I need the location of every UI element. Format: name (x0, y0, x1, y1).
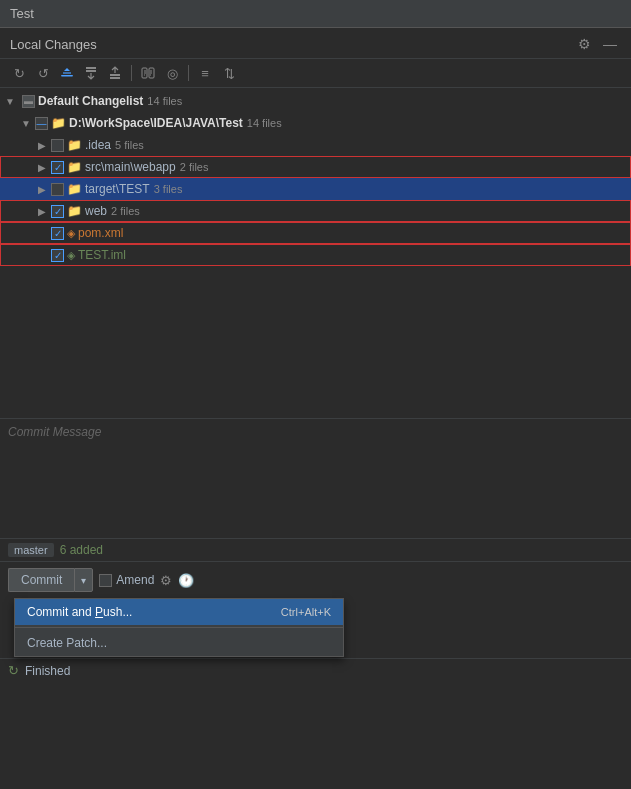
svg-rect-3 (110, 74, 120, 76)
eye-button[interactable]: ◎ (161, 62, 183, 84)
svg-rect-4 (110, 77, 120, 79)
finished-label: Finished (25, 664, 70, 678)
list-item[interactable]: ▼ ▬ Default Changelist 14 files (0, 90, 631, 112)
toolbar: ↻ ↺ (0, 59, 631, 88)
refresh-button[interactable]: ↻ (8, 62, 30, 84)
dropdown-separator (15, 627, 343, 628)
list-item[interactable]: ▼ — 📁 D:\WorkSpace\IDEA\JAVA\Test 14 fil… (0, 112, 631, 134)
svg-rect-2 (86, 70, 96, 72)
changelist-count: 14 files (147, 95, 182, 107)
changelist-label: Default Changelist (38, 94, 143, 108)
svg-rect-0 (61, 75, 73, 77)
expand-icon: ▶ (36, 206, 48, 217)
web-folder-count: 2 files (111, 205, 140, 217)
expand-icon: ▼ (4, 96, 16, 107)
pom-file-label: pom.xml (78, 226, 123, 240)
list-item[interactable]: ▶ ✓ 📁 web 2 files (0, 200, 631, 222)
expand-icon: ▶ (36, 140, 48, 151)
minimize-button[interactable]: — (599, 34, 621, 54)
commit-history-button[interactable]: 🕐 (178, 573, 194, 588)
bottom-section: master 6 added Commit ▾ Amend ⚙ 🕐 Commit… (0, 538, 631, 682)
list-item[interactable]: ▶ 📁 .idea 5 files (0, 134, 631, 156)
web-folder-label: web (85, 204, 107, 218)
webapp-folder-label: src\main\webapp (85, 160, 176, 174)
expand-icon: ▶ (36, 162, 48, 173)
folder-icon: 📁 (67, 204, 82, 218)
target-folder-label: target\TEST (85, 182, 150, 196)
commit-settings-button[interactable]: ⚙ (160, 573, 172, 588)
commit-message-area[interactable]: Commit Message (0, 418, 631, 538)
create-patch-label: Create Patch... (27, 636, 107, 650)
target-folder-count: 3 files (154, 183, 183, 195)
amend-label: Amend (116, 573, 154, 587)
amend-wrapper: Amend (99, 573, 154, 587)
gear-button[interactable]: ⚙ (574, 34, 595, 54)
commit-and-push-shortcut: Ctrl+Alt+K (281, 606, 331, 618)
list-item[interactable]: ▶ 📁 target\TEST 3 files (0, 178, 631, 200)
workspace-count: 14 files (247, 117, 282, 129)
commit-button-row: Commit ▾ Amend ⚙ 🕐 (0, 561, 631, 598)
folder-icon: 📁 (67, 138, 82, 152)
iml-file-icon: ◈ (67, 249, 75, 262)
folder-icon: 📁 (51, 116, 66, 130)
shelve-button[interactable] (80, 62, 102, 84)
create-patch-item[interactable]: Create Patch... (15, 630, 343, 656)
svg-rect-1 (86, 67, 96, 69)
amend-checkbox[interactable] (99, 574, 112, 587)
diff-button[interactable] (137, 62, 159, 84)
toolbar-sep-2 (188, 65, 189, 81)
panel-header: Local Changes ⚙ — (0, 28, 631, 59)
folder-icon: 📁 (67, 160, 82, 174)
expand-icon: ▼ (20, 118, 32, 129)
list-item[interactable]: ▶ ✓ ◈ TEST.iml (0, 244, 631, 266)
file-checkbox[interactable]: ✓ (51, 249, 64, 262)
webapp-folder-count: 2 files (180, 161, 209, 173)
file-checkbox[interactable]: — (35, 117, 48, 130)
file-tree[interactable]: ▼ ▬ Default Changelist 14 files ▼ — 📁 D:… (0, 88, 631, 418)
folder-icon: 📁 (67, 182, 82, 196)
window-title: Test (10, 6, 34, 21)
expand-icon: ▶ (36, 184, 48, 195)
refresh-icon: ↻ (8, 663, 19, 678)
changelist-icon: ▬ (22, 95, 35, 108)
list-item[interactable]: ▶ ✓ ◈ pom.xml (0, 222, 631, 244)
unshelve-button[interactable] (104, 62, 126, 84)
panel-title: Local Changes (10, 37, 97, 52)
commit-message-placeholder: Commit Message (8, 425, 101, 439)
main-panel: Local Changes ⚙ — ↻ ↺ (0, 28, 631, 789)
list-item[interactable]: ▶ ✓ 📁 src\main\webapp 2 files (0, 156, 631, 178)
panel-header-actions: ⚙ — (574, 34, 621, 54)
commit-main-button[interactable]: Commit (8, 568, 74, 592)
move-icon-button[interactable] (56, 62, 78, 84)
branch-badge: master (8, 543, 54, 557)
idea-folder-count: 5 files (115, 139, 144, 151)
file-checkbox[interactable] (51, 183, 64, 196)
toolbar-sep-1 (131, 65, 132, 81)
title-bar: Test (0, 0, 631, 28)
sort-button[interactable]: ⇅ (218, 62, 240, 84)
file-checkbox[interactable]: ✓ (51, 205, 64, 218)
file-checkbox[interactable]: ✓ (51, 227, 64, 240)
file-checkbox[interactable]: ✓ (51, 161, 64, 174)
iml-file-label: TEST.iml (78, 248, 126, 262)
workspace-label: D:\WorkSpace\IDEA\JAVA\Test (69, 116, 243, 130)
commit-dropdown-button[interactable]: ▾ (74, 568, 93, 592)
finished-bar: ↻ Finished (0, 658, 631, 682)
xml-file-icon: ◈ (67, 227, 75, 240)
status-bar: master 6 added (0, 538, 631, 561)
commit-and-push-item[interactable]: Commit and Push... Ctrl+Alt+K (15, 599, 343, 625)
commit-btn-group: Commit ▾ (8, 568, 93, 592)
commit-dropdown-menu: Commit and Push... Ctrl+Alt+K Create Pat… (14, 598, 344, 657)
added-count: 6 added (60, 543, 103, 557)
idea-folder-label: .idea (85, 138, 111, 152)
revert-button[interactable]: ↺ (32, 62, 54, 84)
commit-and-push-label: Commit and Push... (27, 605, 132, 619)
file-checkbox[interactable] (51, 139, 64, 152)
group-button[interactable]: ≡ (194, 62, 216, 84)
